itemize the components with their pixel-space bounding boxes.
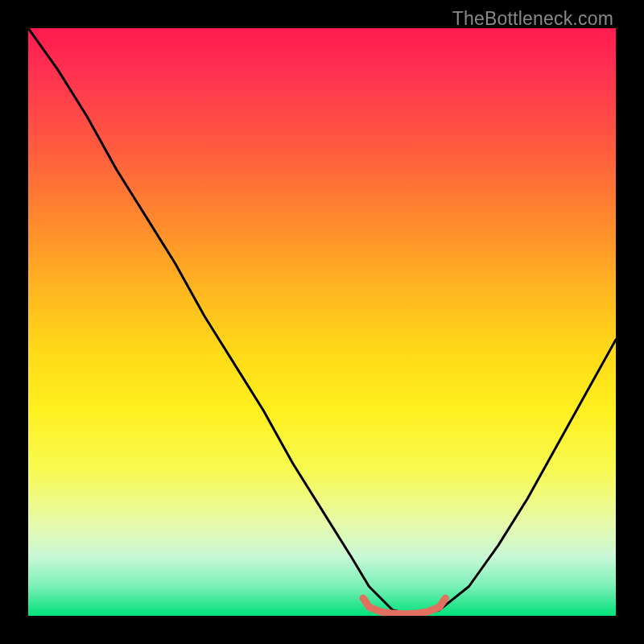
plot-area (28, 28, 616, 616)
heat-gradient-background (28, 28, 616, 616)
watermark-text: TheBottleneck.com (452, 8, 613, 30)
chart-container: TheBottleneck.com (0, 0, 644, 644)
